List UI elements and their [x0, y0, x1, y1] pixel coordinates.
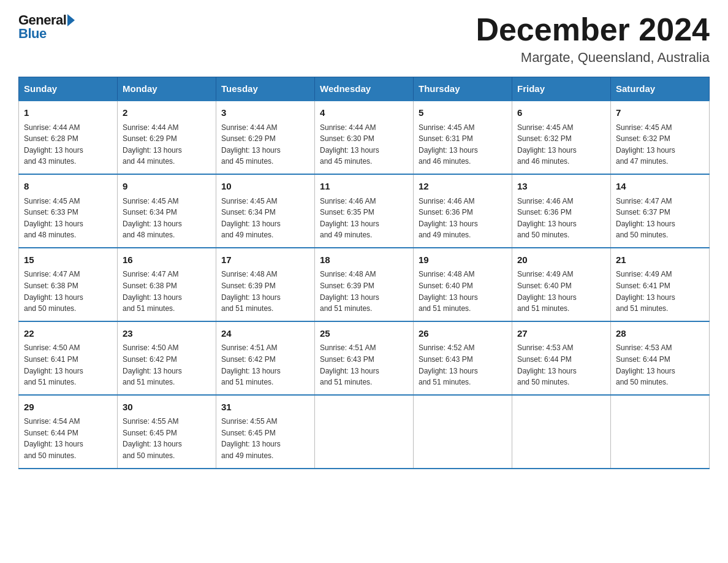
day-info: Sunrise: 4:49 AMSunset: 6:40 PMDaylight:…: [517, 269, 605, 314]
day-info: Sunrise: 4:46 AMSunset: 6:35 PMDaylight:…: [320, 196, 408, 241]
day-header-thursday: Thursday: [414, 77, 512, 101]
calendar-table: SundayMondayTuesdayWednesdayThursdayFrid…: [18, 77, 710, 469]
calendar-cell: [315, 395, 414, 469]
day-number: 11: [320, 180, 408, 194]
day-number: 19: [419, 253, 507, 267]
day-number: 27: [517, 327, 605, 341]
day-info: Sunrise: 4:45 AMSunset: 6:33 PMDaylight:…: [24, 196, 112, 241]
day-number: 2: [123, 106, 211, 120]
calendar-week-row: 8Sunrise: 4:45 AMSunset: 6:33 PMDaylight…: [19, 174, 710, 248]
calendar-cell: 16Sunrise: 4:47 AMSunset: 6:38 PMDayligh…: [118, 248, 216, 321]
day-header-wednesday: Wednesday: [315, 77, 414, 101]
day-number: 7: [616, 106, 704, 120]
day-info: Sunrise: 4:45 AMSunset: 6:31 PMDaylight:…: [419, 122, 507, 167]
calendar-cell: 29Sunrise: 4:54 AMSunset: 6:44 PMDayligh…: [19, 395, 118, 469]
calendar-cell: 1Sunrise: 4:44 AMSunset: 6:28 PMDaylight…: [19, 101, 118, 174]
day-info: Sunrise: 4:49 AMSunset: 6:41 PMDaylight:…: [616, 269, 704, 314]
calendar-cell: 5Sunrise: 4:45 AMSunset: 6:31 PMDaylight…: [414, 101, 512, 174]
month-title: December 2024: [476, 12, 710, 47]
calendar-cell: 7Sunrise: 4:45 AMSunset: 6:32 PMDaylight…: [611, 101, 710, 174]
day-info: Sunrise: 4:46 AMSunset: 6:36 PMDaylight:…: [419, 196, 507, 241]
day-info: Sunrise: 4:51 AMSunset: 6:42 PMDaylight:…: [221, 342, 309, 388]
calendar-cell: 18Sunrise: 4:48 AMSunset: 6:39 PMDayligh…: [315, 248, 414, 321]
day-info: Sunrise: 4:44 AMSunset: 6:30 PMDaylight:…: [320, 122, 408, 167]
day-info: Sunrise: 4:45 AMSunset: 6:32 PMDaylight:…: [517, 122, 605, 167]
logo-arrow-icon: [67, 14, 75, 26]
page-header: General Blue December 2024 Margate, Quee…: [18, 12, 710, 66]
day-info: Sunrise: 4:50 AMSunset: 6:42 PMDaylight:…: [123, 342, 211, 388]
day-number: 16: [123, 253, 211, 267]
day-info: Sunrise: 4:51 AMSunset: 6:43 PMDaylight:…: [320, 342, 408, 388]
day-number: 22: [24, 327, 112, 341]
day-number: 25: [320, 327, 408, 341]
calendar-header-row: SundayMondayTuesdayWednesdayThursdayFrid…: [19, 77, 710, 101]
calendar-cell: [414, 395, 512, 469]
day-info: Sunrise: 4:48 AMSunset: 6:39 PMDaylight:…: [221, 269, 309, 314]
day-number: 9: [123, 180, 211, 194]
day-info: Sunrise: 4:55 AMSunset: 6:45 PMDaylight:…: [221, 416, 309, 461]
calendar-week-row: 22Sunrise: 4:50 AMSunset: 6:41 PMDayligh…: [19, 321, 710, 395]
calendar-week-row: 1Sunrise: 4:44 AMSunset: 6:28 PMDaylight…: [19, 101, 710, 174]
day-info: Sunrise: 4:44 AMSunset: 6:29 PMDaylight:…: [123, 122, 211, 167]
day-info: Sunrise: 4:44 AMSunset: 6:28 PMDaylight:…: [24, 122, 112, 167]
day-header-tuesday: Tuesday: [216, 77, 315, 101]
calendar-cell: 8Sunrise: 4:45 AMSunset: 6:33 PMDaylight…: [19, 174, 118, 248]
calendar-cell: 24Sunrise: 4:51 AMSunset: 6:42 PMDayligh…: [216, 321, 315, 395]
day-info: Sunrise: 4:45 AMSunset: 6:32 PMDaylight:…: [616, 122, 704, 167]
day-header-monday: Monday: [118, 77, 216, 101]
calendar-cell: 23Sunrise: 4:50 AMSunset: 6:42 PMDayligh…: [118, 321, 216, 395]
day-number: 12: [419, 180, 507, 194]
day-number: 5: [419, 106, 507, 120]
day-number: 1: [24, 106, 112, 120]
calendar-cell: [611, 395, 710, 469]
calendar-cell: 9Sunrise: 4:45 AMSunset: 6:34 PMDaylight…: [118, 174, 216, 248]
day-info: Sunrise: 4:47 AMSunset: 6:37 PMDaylight:…: [616, 196, 704, 241]
day-info: Sunrise: 4:44 AMSunset: 6:29 PMDaylight:…: [221, 122, 309, 167]
calendar-cell: 14Sunrise: 4:47 AMSunset: 6:37 PMDayligh…: [611, 174, 710, 248]
calendar-cell: 28Sunrise: 4:53 AMSunset: 6:44 PMDayligh…: [611, 321, 710, 395]
logo: General Blue: [18, 12, 75, 42]
day-number: 14: [616, 180, 704, 194]
day-number: 18: [320, 253, 408, 267]
calendar-cell: 3Sunrise: 4:44 AMSunset: 6:29 PMDaylight…: [216, 101, 315, 174]
calendar-cell: 22Sunrise: 4:50 AMSunset: 6:41 PMDayligh…: [19, 321, 118, 395]
calendar-cell: 11Sunrise: 4:46 AMSunset: 6:35 PMDayligh…: [315, 174, 414, 248]
calendar-cell: 12Sunrise: 4:46 AMSunset: 6:36 PMDayligh…: [414, 174, 512, 248]
calendar-cell: 15Sunrise: 4:47 AMSunset: 6:38 PMDayligh…: [19, 248, 118, 321]
day-number: 28: [616, 327, 704, 341]
day-number: 30: [123, 400, 211, 415]
day-number: 8: [24, 180, 112, 194]
calendar-cell: 4Sunrise: 4:44 AMSunset: 6:30 PMDaylight…: [315, 101, 414, 174]
day-number: 4: [320, 106, 408, 120]
calendar-cell: 27Sunrise: 4:53 AMSunset: 6:44 PMDayligh…: [512, 321, 611, 395]
calendar-cell: 20Sunrise: 4:49 AMSunset: 6:40 PMDayligh…: [512, 248, 611, 321]
day-info: Sunrise: 4:46 AMSunset: 6:36 PMDaylight:…: [517, 196, 605, 241]
day-number: 20: [517, 253, 605, 267]
day-info: Sunrise: 4:48 AMSunset: 6:40 PMDaylight:…: [419, 269, 507, 314]
day-number: 21: [616, 253, 704, 267]
day-number: 17: [221, 253, 309, 267]
day-info: Sunrise: 4:48 AMSunset: 6:39 PMDaylight:…: [320, 269, 408, 314]
title-block: December 2024 Margate, Queensland, Austr…: [476, 12, 710, 66]
day-number: 26: [419, 327, 507, 341]
calendar-cell: 31Sunrise: 4:55 AMSunset: 6:45 PMDayligh…: [216, 395, 315, 469]
calendar-cell: 26Sunrise: 4:52 AMSunset: 6:43 PMDayligh…: [414, 321, 512, 395]
day-number: 6: [517, 106, 605, 120]
day-info: Sunrise: 4:55 AMSunset: 6:45 PMDaylight:…: [123, 416, 211, 461]
calendar-cell: 13Sunrise: 4:46 AMSunset: 6:36 PMDayligh…: [512, 174, 611, 248]
calendar-cell: 17Sunrise: 4:48 AMSunset: 6:39 PMDayligh…: [216, 248, 315, 321]
day-number: 29: [24, 400, 112, 415]
day-number: 24: [221, 327, 309, 341]
day-info: Sunrise: 4:50 AMSunset: 6:41 PMDaylight:…: [24, 342, 112, 388]
day-info: Sunrise: 4:45 AMSunset: 6:34 PMDaylight:…: [123, 196, 211, 241]
day-info: Sunrise: 4:47 AMSunset: 6:38 PMDaylight:…: [123, 269, 211, 314]
calendar-week-row: 29Sunrise: 4:54 AMSunset: 6:44 PMDayligh…: [19, 395, 710, 469]
calendar-cell: 19Sunrise: 4:48 AMSunset: 6:40 PMDayligh…: [414, 248, 512, 321]
calendar-cell: 2Sunrise: 4:44 AMSunset: 6:29 PMDaylight…: [118, 101, 216, 174]
day-number: 13: [517, 180, 605, 194]
day-header-sunday: Sunday: [19, 77, 118, 101]
day-header-friday: Friday: [512, 77, 611, 101]
calendar-week-row: 15Sunrise: 4:47 AMSunset: 6:38 PMDayligh…: [19, 248, 710, 321]
calendar-cell: 30Sunrise: 4:55 AMSunset: 6:45 PMDayligh…: [118, 395, 216, 469]
location-title: Margate, Queensland, Australia: [476, 50, 710, 66]
